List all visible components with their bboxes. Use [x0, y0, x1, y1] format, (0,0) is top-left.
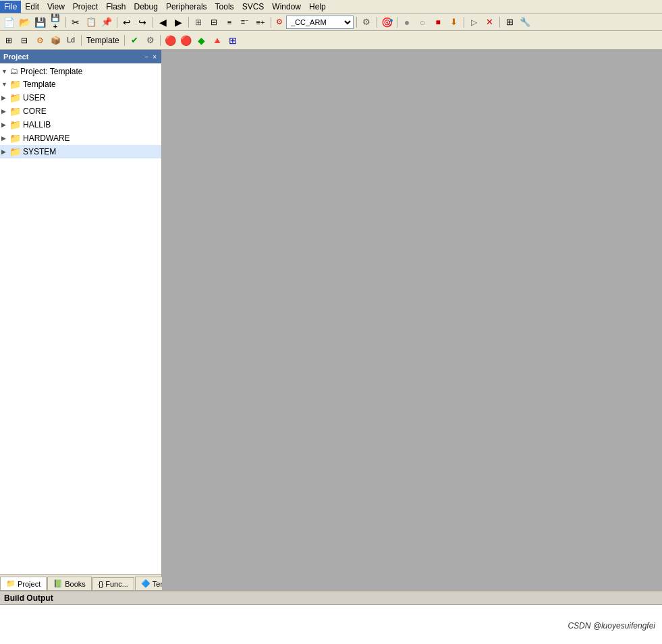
tools-settings-btn[interactable]: ⚙	[143, 33, 158, 48]
sep7	[375, 15, 379, 30]
undo-button[interactable]: ↩	[119, 15, 134, 30]
expand-root-icon: ▼	[1, 68, 8, 75]
tab-books[interactable]: 📗 Books	[47, 577, 92, 590]
expand-hallib-icon: ▶	[1, 121, 8, 128]
mem-map-btn[interactable]: ⊟	[17, 33, 32, 48]
tab-books-label: Books	[65, 580, 86, 588]
insert-file-button[interactable]: ⊞	[191, 15, 206, 30]
tree-core[interactable]: ▶ 📁 CORE	[0, 105, 161, 118]
manage-components-btn[interactable]: ⚙	[359, 15, 374, 30]
new-button[interactable]: 📄	[1, 15, 16, 30]
find-button2[interactable]: ≡⁻	[238, 15, 252, 30]
open-button[interactable]: 📂	[17, 15, 32, 30]
expand-system-icon: ▶	[1, 148, 8, 155]
arrow-up-btn[interactable]: 🔺	[210, 33, 225, 48]
rebuild-btn[interactable]: ○	[415, 15, 430, 30]
menu-debug[interactable]: Debug	[130, 1, 162, 13]
expand-hardware-icon: ▶	[1, 135, 8, 142]
menu-flash[interactable]: Flash	[102, 1, 130, 13]
save-all-button[interactable]: 💾+	[48, 15, 63, 30]
copy-file-btn[interactable]: 🔴	[179, 33, 194, 48]
find-button3[interactable]: ≡+	[253, 15, 268, 30]
add-files-btn[interactable]: 🔴	[163, 33, 178, 48]
tree-hardware[interactable]: ▶ 📁 HARDWARE	[0, 131, 161, 145]
tab-functions-label: Func...	[105, 580, 128, 588]
build-output-header: Build Output	[0, 591, 662, 605]
tree-template[interactable]: ▼ 📁 Template	[0, 78, 161, 91]
ulib-btn[interactable]: 📦	[48, 33, 63, 48]
project-name-label: Template	[84, 36, 122, 45]
target-options-btn2[interactable]: 🎯	[379, 15, 394, 30]
project-panel-header: Project − ×	[0, 50, 161, 63]
menu-file[interactable]: File	[0, 1, 21, 13]
menubar: File Edit View Project Flash Debug Perip…	[0, 0, 662, 13]
menu-help[interactable]: Help	[305, 1, 330, 13]
build-output-content	[0, 605, 662, 644]
green-diamond-icon: ◆	[198, 35, 205, 46]
target-combo[interactable]: _CC_ARM	[286, 16, 354, 29]
menu-tools[interactable]: Tools	[211, 1, 238, 13]
menu-project[interactable]: Project	[69, 1, 102, 13]
sep8	[395, 15, 399, 30]
tab-functions[interactable]: {} Func...	[92, 577, 134, 590]
project-panel-title: Project	[3, 53, 28, 61]
cut-button[interactable]: ✂	[68, 15, 83, 30]
window-layout-icon: ⊞	[506, 17, 514, 27]
settings-btn[interactable]: 🔧	[518, 15, 532, 30]
stop-build-btn[interactable]: ■	[431, 15, 445, 30]
load-btn[interactable]: Ld	[63, 33, 78, 48]
multi-box-btn[interactable]: ⊞	[225, 33, 240, 48]
nav-fwd-button[interactable]: ▶	[171, 15, 186, 30]
save-button[interactable]: 💾	[32, 15, 47, 30]
tree-user[interactable]: ▶ 📁 USER	[0, 91, 161, 105]
tree-project-root[interactable]: ▼ 🗂 Project: Template	[0, 65, 161, 78]
tree-hallib[interactable]: ▶ 📁 HALLIB	[0, 118, 161, 131]
folder-system-icon: 📁	[9, 146, 21, 157]
copy-file-icon: 🔴	[180, 35, 192, 46]
debug-stop-btn[interactable]: ✕	[482, 15, 497, 30]
tree-system-label: SYSTEM	[23, 147, 56, 156]
copy-icon: 📋	[86, 17, 96, 27]
perf-analyze-btn[interactable]: ⚙	[32, 33, 47, 48]
build-output-btn[interactable]: ⊞	[1, 33, 16, 48]
menu-peripherals[interactable]: Peripherals	[162, 1, 211, 13]
window-layout-btn[interactable]: ⊞	[502, 15, 517, 30]
sep10	[497, 15, 501, 30]
menu-svcs[interactable]: SVCS	[238, 1, 269, 13]
download-btn[interactable]: ⬇	[446, 15, 461, 30]
redo-button[interactable]: ↪	[135, 15, 150, 30]
build-btn[interactable]: ●	[399, 15, 414, 30]
nav-back-icon: ◀	[159, 17, 167, 28]
nav-back-button[interactable]: ◀	[155, 15, 170, 30]
tab-project[interactable]: 📁 Project	[0, 577, 47, 590]
paste-button[interactable]: 📌	[99, 15, 114, 30]
check-icon: ✔	[131, 35, 138, 45]
panel-close-btn[interactable]: ×	[151, 53, 158, 61]
tree-hallib-label: HALLIB	[23, 120, 51, 129]
batch-button[interactable]: ⊟	[206, 15, 221, 30]
tab-functions-icon: {}	[99, 580, 103, 588]
tab-books-icon: 📗	[53, 579, 63, 588]
copy-button[interactable]: 📋	[84, 15, 99, 30]
find-button1[interactable]: ≡	[222, 15, 237, 30]
new-icon: 📄	[3, 17, 15, 28]
batch-icon: ⊟	[211, 18, 217, 27]
target-options-btn[interactable]: ⚙	[273, 15, 285, 30]
open-icon: 📂	[19, 17, 30, 28]
debug-start-icon: ▷	[471, 18, 477, 27]
project-root-icon: 🗂	[9, 66, 18, 76]
add-files-icon: 🔴	[165, 35, 176, 46]
expand-core-icon: ▶	[1, 108, 8, 115]
tree-system[interactable]: ▶ 📁 SYSTEM	[0, 145, 161, 158]
menu-edit[interactable]: Edit	[21, 1, 43, 13]
debug-stop-icon: ✕	[486, 17, 493, 27]
debug-start-btn[interactable]: ▷	[466, 15, 481, 30]
green-diamond-btn[interactable]: ◆	[194, 33, 209, 48]
sep2	[115, 15, 119, 30]
panel-minimize-btn[interactable]: −	[143, 53, 150, 61]
manage-icon: ⚙	[362, 17, 370, 27]
check-syntax-btn[interactable]: ✔	[128, 33, 142, 48]
toolbar-row-2: ⊞ ⊟ ⚙ 📦 Ld Template ✔ ⚙ 🔴 🔴 ◆ 🔺 ⊞	[0, 31, 662, 50]
menu-view[interactable]: View	[43, 1, 69, 13]
menu-window[interactable]: Window	[268, 1, 305, 13]
